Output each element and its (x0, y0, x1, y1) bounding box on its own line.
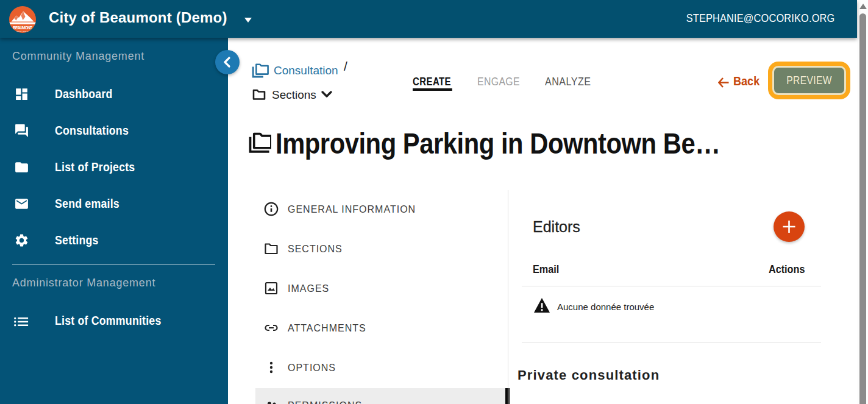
svg-text:BEAUMONT: BEAUMONT (13, 26, 32, 30)
svg-text:ROOTS OF A DREAM CO: ROOTS OF A DREAM CO (15, 30, 31, 32)
